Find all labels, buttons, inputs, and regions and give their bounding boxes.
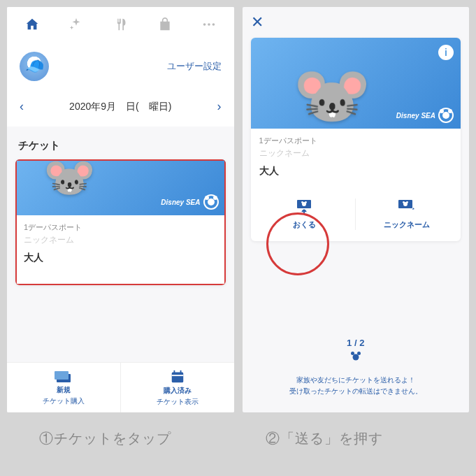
user-row: 🧢 ユーザー設定 [7,42,234,91]
ticket-body: 1デーパスポート ニックネーム 大人 [15,215,226,285]
next-day-button[interactable]: › [214,96,224,117]
svg-point-1 [208,23,210,26]
svg-point-0 [203,23,206,26]
mickey-dot-icon [350,351,361,361]
svg-rect-7 [180,370,181,373]
tab-dining[interactable] [99,7,143,42]
notice: 家族や友だちにチケットを送れるよ！ 受け取ったチケットの転送はできません。 [243,375,470,397]
tab-more[interactable] [187,7,231,42]
bag-icon [158,17,172,32]
notice-line-2: 受け取ったチケットの転送はできません。 [243,386,470,397]
current-date: 2020年9月 日( 曜日) [69,101,171,113]
svg-rect-5 [171,372,183,382]
ticket-body: 1デーパスポート ニックネーム 大人 [251,129,461,178]
utensils-icon [113,17,127,32]
svg-point-11 [301,201,303,203]
mickey-image: 🐭 [293,59,371,132]
park-logo: Disney SEA [396,108,454,123]
svg-rect-8 [171,375,183,376]
calendar-icon [170,369,185,384]
svg-point-17 [352,354,359,361]
mickey-image: 🐭 [43,159,96,202]
ticket-nickname-label: ニックネーム [259,147,453,159]
svg-point-12 [305,201,307,203]
buy-l1: 新規 [57,385,71,395]
pager: 1 / 2 [243,338,470,361]
close-button[interactable]: ✕ [251,13,264,31]
tickets-heading: チケット [7,127,234,159]
ticket-card[interactable]: 🐭 Disney SEA 1デーパスポート ニックネーム 大人 [15,159,226,285]
tab-bar [7,7,234,42]
svg-point-18 [351,352,354,355]
send-label: おくる [293,219,316,230]
prev-day-button[interactable]: ‹ [17,96,27,117]
info-button[interactable]: i [438,45,454,60]
send-icon [294,199,314,215]
ticket-age-type: 大人 [24,252,217,264]
bottom-actions: 新規 チケット購入 購入済み チケット表示 [7,362,234,412]
svg-rect-6 [173,370,175,373]
caption-step-2: ②「送る」を押す [266,429,383,448]
notice-line-1: 家族や友だちにチケットを送れるよ！ [243,375,470,386]
tab-home[interactable] [10,7,54,42]
ticket-detail-card: i 🐭 Disney SEA 1デーパスポート ニックネーム 大人 おくる ニッ… [251,38,461,241]
buy-ticket-button[interactable]: 新規 チケット購入 [7,363,120,412]
ticket-pass-type: 1デーパスポート [259,136,453,146]
ticket-hero: i 🐭 Disney SEA [251,38,461,129]
caption-step-1: ①チケットをタップ [39,429,171,448]
stars-icon [68,17,84,32]
home-icon [24,17,40,32]
svg-point-16 [406,201,408,203]
ticket-pass-type: 1デーパスポート [24,222,217,233]
date-row: ‹ 2020年9月 日( 曜日) › [7,91,234,127]
avatar[interactable]: 🧢 [20,52,49,81]
user-settings-link[interactable]: ユーザー設定 [167,60,222,73]
ticket-nickname-label: ニックネーム [24,234,217,246]
show-ticket-button[interactable]: 購入済み チケット表示 [120,363,234,412]
edit-icon [397,199,417,215]
ticket-age-type: 大人 [259,165,453,178]
show-l2: チケット表示 [157,397,199,407]
svg-point-19 [357,352,361,355]
pager-text: 1 / 2 [347,338,364,348]
svg-point-2 [212,23,215,26]
buy-l2: チケット購入 [43,396,85,406]
nickname-button[interactable]: ニックネーム [355,199,458,230]
send-button[interactable]: おくる [254,199,356,230]
nickname-label: ニックネーム [384,219,430,230]
tab-shop[interactable] [143,7,187,42]
left-phone: 🧢 ユーザー設定 ‹ 2020年9月 日( 曜日) › チケット 🐭 Disne… [7,7,234,412]
more-icon [201,17,217,32]
ticket-hero: 🐭 Disney SEA [15,159,226,215]
right-phone: ✕ i 🐭 Disney SEA 1デーパスポート ニックネーム 大人 おくる … [243,7,470,412]
tab-plan[interactable] [54,7,98,42]
show-l1: 購入済み [164,386,192,396]
action-row: おくる ニックネーム [251,199,461,241]
park-logo: Disney SEA [161,194,218,210]
ticket-buy-icon [55,370,73,384]
svg-rect-4 [55,371,68,380]
svg-point-15 [403,201,405,203]
close-bar: ✕ [243,7,470,38]
